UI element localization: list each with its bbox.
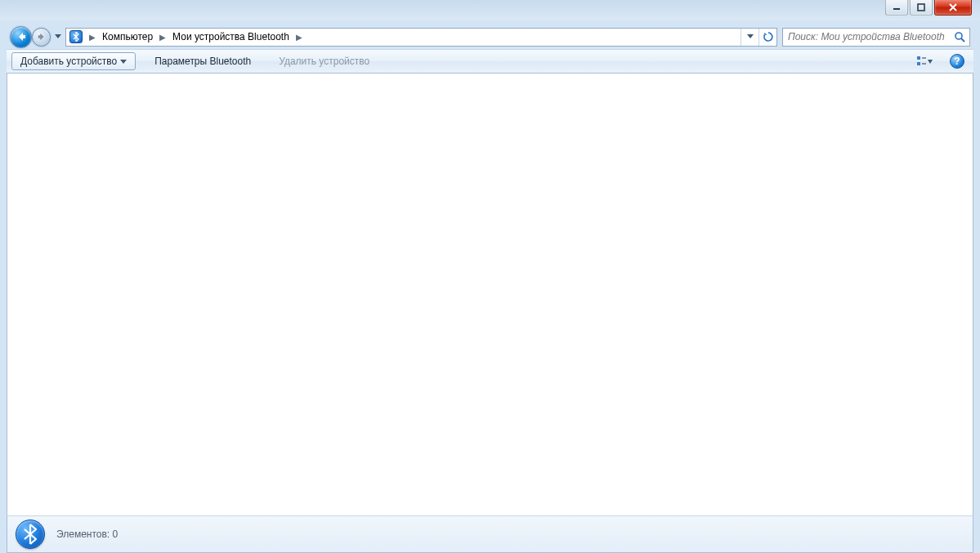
svg-rect-0 [893,8,900,10]
svg-point-2 [955,33,962,39]
search-icon[interactable] [950,31,969,42]
help-button[interactable]: ? [946,52,969,70]
items-label: Элементов: [56,528,110,540]
close-button[interactable] [934,0,972,16]
back-button[interactable] [10,26,32,48]
bluetooth-icon [68,29,84,45]
svg-rect-4 [917,56,920,60]
breadcrumb-current[interactable]: Мои устройства Bluetooth [169,29,293,46]
toolbar: Добавить устройство Параметры Bluetooth … [7,49,973,74]
chevron-right-icon[interactable]: ▶ [293,33,306,42]
search-input[interactable] [783,29,950,46]
svg-rect-5 [917,62,920,65]
address-history-dropdown[interactable] [741,29,758,46]
view-options-button[interactable] [913,52,936,70]
content-area[interactable] [7,74,973,515]
svg-rect-1 [918,4,924,11]
breadcrumb-computer[interactable]: Компьютер [99,29,156,46]
help-icon: ? [950,54,964,69]
remove-device-label: Удалить устройство [279,56,369,67]
refresh-button[interactable] [758,29,776,46]
chevron-right-icon[interactable]: ▶ [86,33,99,42]
address-bar[interactable]: ▶ Компьютер ▶ Мои устройства Bluetooth ▶ [65,28,777,47]
chevron-right-icon[interactable]: ▶ [156,33,169,42]
forward-button[interactable] [32,28,51,47]
items-count-text: Элементов: 0 [56,528,118,540]
minimize-button[interactable] [885,0,908,16]
chevron-down-icon [120,60,127,64]
details-pane: Элементов: 0 [7,515,973,553]
add-device-button[interactable]: Добавить устройство [11,52,136,70]
recent-pages-dropdown[interactable] [52,29,64,44]
svg-line-3 [961,38,964,42]
titlebar[interactable] [7,0,973,25]
bluetooth-settings-button[interactable]: Параметры Bluetooth [145,52,260,70]
navigation-row: ▶ Компьютер ▶ Мои устройства Bluetooth ▶ [7,25,973,49]
explorer-window: ▶ Компьютер ▶ Мои устройства Bluetooth ▶… [7,0,973,553]
add-device-label: Добавить устройство [20,56,117,67]
search-box[interactable] [782,28,970,47]
bluetooth-icon [16,520,45,549]
remove-device-button: Удалить устройство [270,52,378,70]
items-count: 0 [113,528,119,540]
bluetooth-settings-label: Параметры Bluetooth [154,56,251,67]
maximize-button[interactable] [910,0,933,16]
